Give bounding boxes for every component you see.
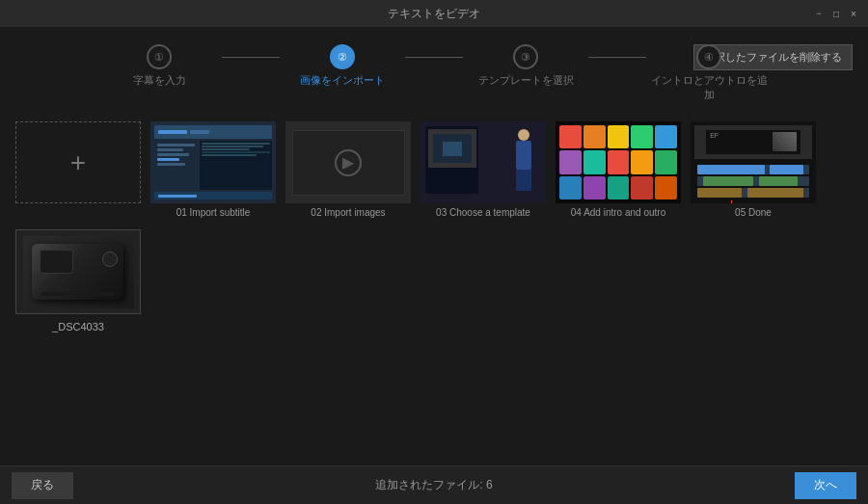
wizard-step-4: ④ イントロとアウトロを追加 bbox=[646, 44, 772, 102]
file-items-row: _DSC4033 bbox=[15, 229, 853, 332]
tl-clip-6 bbox=[747, 188, 803, 198]
back-button[interactable]: 戻る bbox=[12, 472, 73, 499]
maximize-button[interactable]: □ bbox=[829, 7, 843, 20]
step-label-2: 画像をインポート bbox=[300, 73, 385, 88]
file-name: _DSC4033 bbox=[52, 321, 104, 332]
add-file-button[interactable]: + bbox=[15, 121, 141, 203]
title-bar: テキストをビデオ － □ × bbox=[0, 0, 868, 27]
step-circle-2: ② bbox=[330, 44, 355, 69]
wizard-step-3: ③ テンプレートを選択 bbox=[463, 44, 588, 88]
file-thumbnail bbox=[15, 229, 141, 314]
step-label-3: テンプレートを選択 bbox=[478, 73, 574, 88]
thumb-item-05[interactable]: EF bbox=[691, 121, 816, 218]
wizard-step-1: ① 字幕を入力 bbox=[96, 44, 222, 88]
tl-clip-3 bbox=[703, 176, 753, 186]
thumb-item-03[interactable]: 03 Choose a template bbox=[420, 121, 546, 218]
content-area: + bbox=[0, 110, 868, 344]
minimize-button[interactable]: － bbox=[812, 7, 826, 20]
thumb-label-02: 02 Import images bbox=[311, 207, 385, 218]
step-connector-2-3 bbox=[405, 57, 463, 58]
step-circle-1: ① bbox=[147, 44, 172, 69]
preview-image-05: EF bbox=[691, 121, 816, 203]
step-label-4: イントロとアウトロを追加 bbox=[646, 73, 772, 102]
step-circle-4: ④ bbox=[696, 44, 721, 69]
window-controls: － □ × bbox=[812, 0, 860, 27]
thumb-preview-02: ▶ bbox=[285, 121, 411, 203]
timeline-area bbox=[694, 162, 812, 203]
thumb-item-01[interactable]: 01 Import subtitle bbox=[150, 121, 276, 218]
tl-clip-5 bbox=[697, 188, 742, 198]
next-button[interactable]: 次へ bbox=[795, 472, 856, 499]
thumb-preview-05: EF bbox=[691, 121, 816, 203]
bottom-bar: 戻る 追加されたファイル: 6 次へ bbox=[0, 465, 868, 504]
thumb-label-05: 05 Done bbox=[735, 207, 772, 218]
wizard-step-2: ② 画像をインポート bbox=[280, 44, 405, 88]
close-button[interactable]: × bbox=[847, 7, 860, 20]
add-file-item[interactable]: + bbox=[15, 121, 141, 203]
window-title: テキストをビデオ bbox=[388, 6, 480, 22]
wizard-steps: ① 字幕を入力 ② 画像をインポート ③ テンプレートを選択 ④ イントロとアウ… bbox=[96, 44, 772, 102]
step-connector-3-4 bbox=[588, 57, 646, 58]
thumb-label-03: 03 Choose a template bbox=[436, 207, 530, 218]
thumb-label-01: 01 Import subtitle bbox=[176, 207, 251, 218]
color-grid bbox=[556, 121, 681, 203]
thumb-label-04: 04 Add intro and outro bbox=[571, 207, 665, 218]
tl-track-1 bbox=[697, 165, 809, 174]
preview-image-03 bbox=[420, 121, 546, 203]
thumb-preview-04 bbox=[556, 121, 681, 203]
step-label-1: 字幕を入力 bbox=[133, 73, 186, 88]
thumb-preview-01 bbox=[150, 121, 276, 203]
tl-clip-1 bbox=[697, 165, 765, 174]
plus-icon: + bbox=[70, 149, 86, 176]
thumb-item-02[interactable]: ▶ 02 Import images bbox=[285, 121, 411, 218]
preview-image-04 bbox=[556, 121, 681, 203]
tl-clip-4 bbox=[759, 176, 799, 186]
tl-track-3 bbox=[697, 188, 809, 198]
tl-clip-2 bbox=[770, 165, 803, 174]
preview-image-01 bbox=[150, 121, 276, 203]
thumb-preview-03 bbox=[420, 121, 546, 203]
wizard-container: 選択したファイルを削除する ① 字幕を入力 ② 画像をインポート ③ テンプレー… bbox=[0, 27, 868, 110]
preview-image-02: ▶ bbox=[285, 121, 411, 203]
file-item-dsc4033[interactable]: _DSC4033 bbox=[15, 229, 141, 332]
step-circle-3: ③ bbox=[513, 44, 538, 69]
step-connector-1-2 bbox=[222, 57, 280, 58]
status-text: 追加されたファイル: 6 bbox=[375, 477, 492, 493]
file-thumbnail-inner bbox=[23, 236, 134, 308]
tl-track-2 bbox=[697, 176, 809, 186]
thumb-item-04[interactable]: 04 Add intro and outro bbox=[556, 121, 681, 218]
thumbnails-row: + bbox=[15, 121, 853, 218]
